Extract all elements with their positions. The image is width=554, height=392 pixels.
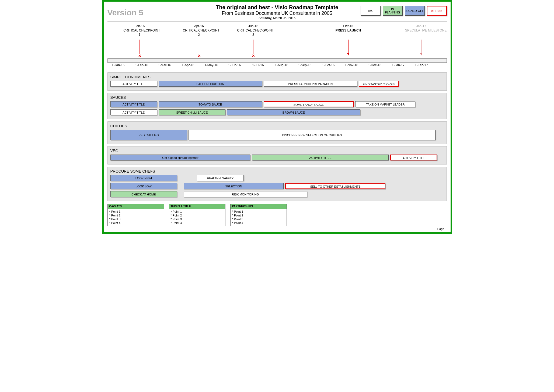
- tick: 1-Aug-16: [275, 63, 288, 67]
- tick: 1-Jan-17: [392, 63, 405, 67]
- footer-box-title: PARTNERSHIPS: [231, 204, 287, 209]
- lane-row: ACTIVITY TITLESALT PRODUCTIONPRESS LAUNC…: [110, 81, 444, 87]
- title-date: Saturday, March 05, 2016: [107, 16, 447, 20]
- lane: SAUCESACTIVITY TITLETOMATO SAUCESOME FAN…: [107, 93, 447, 119]
- milestones: Feb-16CRITICAL CHECKPOINT1✕Apr-16CRITICA…: [107, 24, 447, 58]
- footer-list-item: * Point 3: [232, 217, 285, 221]
- tick: 1-Feb-16: [135, 63, 148, 67]
- activity-bar: SELECTION: [184, 183, 284, 189]
- lane: PROCURE SOME CHEFSLOOK HIGHHEALTH & SAFE…: [107, 167, 447, 201]
- legend-signed-off: SIGNED-OFF: [405, 6, 425, 16]
- activity-bar: FIND TASTEY CLOVES: [359, 81, 399, 87]
- lane-title: PROCURE SOME CHEFS: [110, 169, 444, 173]
- lane-title: SAUCES: [110, 95, 444, 100]
- footer-box-title: CAVEATS: [108, 204, 164, 209]
- footer-boxes: CAVEATS* Point 1* Point 2* Point 3* Poin…: [107, 204, 447, 226]
- legend-tbc: TBC: [361, 6, 381, 16]
- lane-row: RED CHILLIESDISCOVER NEW SELECTION OF CH…: [110, 130, 444, 141]
- footer-list-item: * Point 3: [171, 217, 224, 221]
- footer-list-item: * Point 1: [109, 210, 162, 214]
- lane: SIMPLE CONDIMENTSACTIVITY TITLESALT PROD…: [107, 72, 447, 91]
- activity-bar: SALT PRODUCTION: [159, 81, 262, 87]
- footer-list-item: * Point 4: [171, 221, 224, 225]
- milestone-connector: [253, 40, 253, 54]
- activity-bar: SWEET CHILLI SAUCE: [159, 109, 225, 115]
- tick: 1-Jan-16: [112, 63, 124, 67]
- activity-bar: ACTIVITY TITLE: [252, 155, 389, 160]
- lane-row: CHECK AT HOMERISK MONITORING: [110, 191, 444, 198]
- lane-row: ACTIVITY TITLETOMATO SAUCESOME FANCY SAU…: [110, 101, 444, 108]
- activity-bar: TAKE ON MARKET LEADER: [355, 101, 415, 107]
- activity-bar: SELL TO OTHER ESTABLISHMENTS: [285, 183, 385, 189]
- tick: 1-Mar-16: [158, 63, 171, 67]
- tick: 1-Feb-17: [415, 63, 428, 67]
- timeline-ticks: 1-Jan-161-Feb-161-Mar-161-Apr-161-May-16…: [107, 63, 447, 70]
- x-mark-icon: ✕: [198, 54, 201, 58]
- activity-bar: BROWN SAUCE: [227, 109, 360, 115]
- footer-list-item: * Point 2: [232, 214, 285, 217]
- tick: 1-Jun-16: [228, 63, 241, 67]
- timeline: Feb-16CRITICAL CHECKPOINT1✕Apr-16CRITICA…: [107, 24, 447, 70]
- tick: 1-Dec-16: [368, 63, 381, 67]
- footer-list-item: * Point 4: [232, 221, 285, 225]
- activity-bar: CHECK AT HOME: [110, 191, 177, 197]
- tick: 1-Jul-16: [252, 63, 264, 67]
- lane-row: LOOK LOWSELECTIONSELL TO OTHER ESTABLISH…: [110, 183, 444, 190]
- lane-row: Get a good spread togetherACTIVITY TITLE…: [110, 155, 444, 161]
- footer-box: PARTNERSHIPS* Point 1* Point 2* Point 3*…: [230, 204, 287, 226]
- activity-bar: DISCOVER NEW SELECTION OF CHILLIES: [189, 130, 435, 140]
- activity-bar: RISK MONITORING: [184, 191, 307, 197]
- x-mark-icon: ✕: [252, 54, 255, 58]
- activity-bar: Get a good spread together: [110, 155, 250, 160]
- activity-bar: ACTIVITY TITLE: [110, 81, 157, 87]
- milestone-connector: [348, 40, 349, 54]
- legend-in-planning: IN PLANNING: [383, 6, 403, 16]
- footer-box: CAVEATS* Point 1* Point 2* Point 3* Poin…: [107, 204, 164, 226]
- lane-row: ACTIVITY TITLESWEET CHILLI SAUCEBROWN SA…: [110, 109, 444, 116]
- footer-box: THIS IS A TITLE* Point 1* Point 2* Point…: [169, 204, 225, 226]
- swimlanes: SIMPLE CONDIMENTSACTIVITY TITLESALT PROD…: [107, 72, 447, 201]
- legend-at-risk: AT RISK: [427, 6, 447, 16]
- milestone-connector: [140, 40, 140, 54]
- lane-title: CHILLIES: [110, 124, 444, 128]
- tick: 1-Sep-16: [298, 63, 311, 67]
- activity-bar: TOMATO SAUCE: [159, 101, 262, 107]
- milestone-ms2: Apr-16CRITICAL CHECKPOINT2: [183, 24, 215, 38]
- arrow-down-icon: [420, 53, 423, 55]
- lane-title: SIMPLE CONDIMENTS: [110, 75, 444, 79]
- tick: 1-May-16: [204, 63, 218, 67]
- activity-bar: LOOK HIGH: [110, 175, 177, 181]
- lane: VEGGet a good spread togetherACTIVITY TI…: [107, 146, 447, 164]
- milestone-ms1: Feb-16CRITICAL CHECKPOINT1: [123, 24, 156, 38]
- footer-list-item: * Point 1: [232, 210, 285, 214]
- tick: 1-Oct-16: [322, 63, 335, 67]
- activity-bar: HEALTH & SAFETY: [197, 175, 243, 181]
- footer-list-item: * Point 4: [109, 221, 162, 225]
- activity-bar: ACTIVITY TITLE: [110, 101, 157, 107]
- milestone-ms4: Oct-16PRESS LAUNCH: [332, 24, 364, 34]
- footer-list: * Point 1* Point 2* Point 3* Point 4: [108, 209, 164, 226]
- lane-row: LOOK HIGHHEALTH & SAFETY: [110, 175, 444, 181]
- footer-list-item: * Point 2: [171, 214, 224, 217]
- page-number: Page 1: [107, 227, 447, 230]
- legend: TBC IN PLANNING SIGNED-OFF AT RISK: [361, 6, 447, 16]
- footer-list-item: * Point 1: [171, 210, 224, 214]
- footer-list: * Point 1* Point 2* Point 3* Point 4: [231, 209, 287, 226]
- footer-list-item: * Point 3: [109, 217, 162, 221]
- footer-box-title: THIS IS A TITLE: [169, 204, 225, 209]
- footer-list-item: * Point 2: [109, 214, 162, 217]
- page: Version 5 The original and best - Visio …: [102, 0, 452, 234]
- version-label: Version 5: [107, 8, 143, 17]
- activity-bar: ACTIVITY TITLE: [110, 109, 157, 115]
- x-mark-icon: ✕: [138, 54, 141, 58]
- tick: 1-Apr-16: [182, 63, 194, 67]
- header: Version 5 The original and best - Visio …: [107, 4, 447, 22]
- tick: 1-Nov-16: [345, 63, 358, 67]
- milestone-connector: [421, 40, 421, 54]
- arrow-down-icon: [347, 53, 350, 55]
- lane: CHILLIESRED CHILLIESDISCOVER NEW SELECTI…: [107, 121, 447, 144]
- activity-bar: ACTIVITY TITLE: [390, 155, 437, 160]
- activity-bar: LOOK LOW: [110, 183, 177, 189]
- lane-title: VEG: [110, 149, 444, 153]
- activity-bar: SOME FANCY SAUCE: [264, 101, 354, 107]
